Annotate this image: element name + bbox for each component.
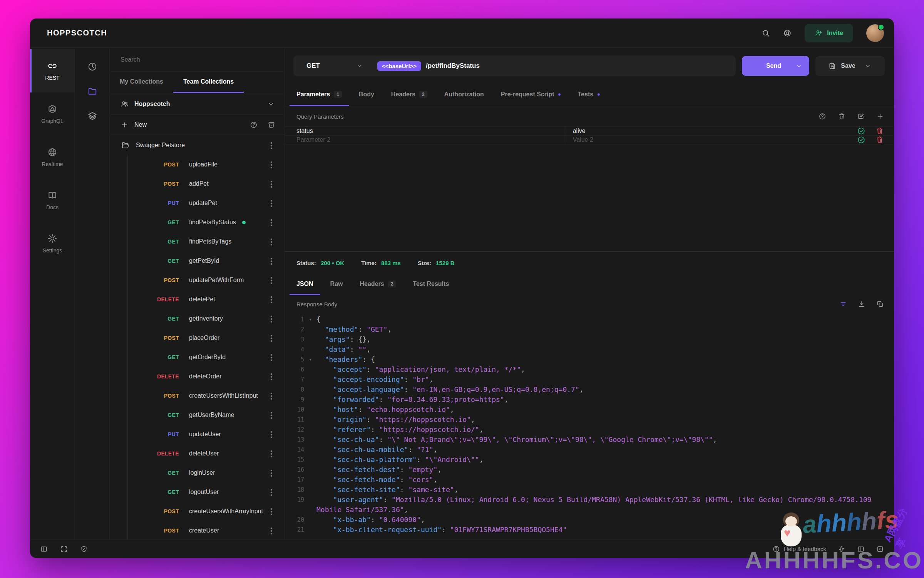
response-tab[interactable]: JSON [290, 274, 320, 295]
bulk-edit-icon[interactable] [857, 113, 865, 120]
help-circle-icon[interactable] [250, 121, 258, 129]
request-row[interactable]: GET logoutUser [110, 482, 285, 502]
shortcuts-zap-icon[interactable] [838, 545, 845, 553]
method-select[interactable]: GET [293, 62, 370, 70]
request-row[interactable]: POST createUsersWithListInput [110, 386, 285, 405]
collection-folder[interactable]: Swagger Petstore [110, 136, 285, 155]
response-code-editor[interactable]: 1 ▾ { 2 "method": "GET", [285, 313, 894, 539]
request-row[interactable]: POST placeOrder [110, 328, 285, 348]
param-enabled-check-icon[interactable] [857, 136, 865, 144]
kebab-menu-icon[interactable] [267, 276, 276, 285]
request-row[interactable]: POST createUser [110, 521, 285, 539]
filter-lines-icon[interactable] [839, 300, 847, 308]
kebab-menu-icon[interactable] [267, 391, 276, 400]
kebab-menu-icon[interactable] [267, 160, 276, 169]
kebab-menu-icon[interactable] [267, 468, 276, 477]
request-tab[interactable]: Body [352, 84, 381, 106]
kebab-menu-icon[interactable] [267, 141, 276, 150]
import-export-icon[interactable] [268, 121, 275, 129]
send-button[interactable]: Send [742, 56, 809, 76]
kebab-menu-icon[interactable] [267, 198, 276, 208]
request-row[interactable]: DELETE deleteOrder [110, 367, 285, 386]
fold-arrow-icon[interactable]: ▾ [304, 314, 316, 324]
param-key-input[interactable]: Parameter 2 [285, 136, 565, 144]
nav-item-docs[interactable]: Docs [30, 179, 75, 222]
kebab-menu-icon[interactable] [267, 507, 276, 516]
request-row[interactable]: GET getPetById [110, 251, 285, 271]
plus-icon[interactable] [121, 121, 128, 129]
help-feedback-button[interactable]: Help & feedback [772, 545, 826, 553]
response-tab[interactable]: Raw [323, 274, 350, 295]
request-row[interactable]: POST updatePetWithForm [110, 271, 285, 290]
history-clock-icon[interactable] [87, 62, 97, 72]
nav-item-rest[interactable]: REST [30, 49, 75, 92]
request-tab[interactable]: Tests • [571, 84, 607, 106]
interceptor-shield-icon[interactable] [80, 545, 88, 553]
kebab-menu-icon[interactable] [267, 430, 276, 439]
nav-item-settings[interactable]: Settings [30, 222, 75, 265]
param-delete-trash-icon[interactable] [875, 127, 884, 135]
kebab-menu-icon[interactable] [267, 179, 276, 188]
nav-item-realtime[interactable]: Realtime [30, 136, 75, 179]
chevron-down-icon[interactable] [795, 62, 802, 69]
kebab-menu-icon[interactable] [267, 256, 276, 265]
kebab-menu-icon[interactable] [267, 410, 276, 420]
avatar[interactable] [866, 24, 884, 42]
request-tab[interactable]: Parameters 1 [290, 84, 349, 106]
kebab-menu-icon[interactable] [267, 372, 276, 381]
request-row[interactable]: DELETE deleteUser [110, 444, 285, 463]
request-row[interactable]: PUT updatePet [110, 193, 285, 213]
request-row[interactable]: GET getUserByName [110, 405, 285, 425]
param-delete-trash-icon[interactable] [875, 136, 884, 144]
support-icon[interactable] [783, 29, 792, 37]
expand-zen-icon[interactable] [60, 545, 68, 553]
request-row[interactable]: PUT updateUser [110, 425, 285, 444]
kebab-menu-icon[interactable] [267, 449, 276, 458]
clear-all-trash-icon[interactable] [838, 113, 845, 120]
toggle-panel-icon[interactable] [857, 545, 865, 553]
request-row[interactable]: DELETE deletePet [110, 290, 285, 309]
kebab-menu-icon[interactable] [267, 237, 276, 246]
kebab-menu-icon[interactable] [267, 295, 276, 304]
kebab-menu-icon[interactable] [267, 333, 276, 343]
param-value-input[interactable]: Value 2 [565, 136, 848, 144]
kebab-menu-icon[interactable] [267, 526, 276, 535]
response-tab[interactable]: Headers 2 [353, 274, 403, 295]
request-row[interactable]: POST addPet [110, 174, 285, 193]
request-row[interactable]: GET getInventory [110, 309, 285, 328]
request-row[interactable]: GET findPetsByStatus [110, 213, 285, 232]
environments-layers-icon[interactable] [87, 111, 97, 121]
param-value-input[interactable]: alive [565, 127, 848, 135]
request-tab[interactable]: Pre-request Script • [494, 84, 568, 106]
workspace-selector[interactable]: Hoppscotch [110, 93, 285, 115]
kebab-menu-icon[interactable] [267, 314, 276, 323]
copy-icon[interactable] [876, 300, 884, 308]
kebab-menu-icon[interactable] [267, 353, 276, 362]
collections-tab[interactable]: Team Collections [173, 72, 244, 93]
request-row[interactable]: POST createUsersWithArrayInput [110, 502, 285, 521]
collections-folder-icon[interactable] [87, 86, 97, 96]
help-circle-icon[interactable] [819, 113, 826, 120]
add-param-plus-icon[interactable] [876, 113, 884, 120]
search-input[interactable] [110, 56, 285, 63]
request-tab[interactable]: Headers 2 [384, 84, 434, 106]
new-label[interactable]: New [134, 121, 147, 128]
baseurl-variable-pill[interactable]: <<baseUrl>> [377, 61, 421, 71]
param-enabled-check-icon[interactable] [857, 127, 865, 135]
param-key-input[interactable]: status [285, 127, 565, 135]
request-tab[interactable]: Authorization [437, 84, 491, 106]
kebab-menu-icon[interactable] [267, 487, 276, 497]
request-row[interactable]: GET loginUser [110, 463, 285, 482]
console-panel-icon[interactable] [876, 545, 884, 553]
nav-item-graphql[interactable]: GraphQL [30, 92, 75, 136]
download-icon[interactable] [858, 300, 865, 308]
save-button[interactable]: Save [815, 56, 885, 76]
chevron-down-icon[interactable] [864, 62, 872, 70]
fold-arrow-icon[interactable]: ▾ [304, 355, 316, 365]
invite-button[interactable]: Invite [805, 24, 853, 42]
response-tab[interactable]: Test Results [406, 274, 456, 295]
search-icon[interactable] [762, 29, 770, 37]
request-row[interactable]: GET findPetsByTags [110, 232, 285, 251]
toggle-sidebar-icon[interactable] [40, 545, 48, 553]
request-row[interactable]: GET getOrderById [110, 348, 285, 367]
